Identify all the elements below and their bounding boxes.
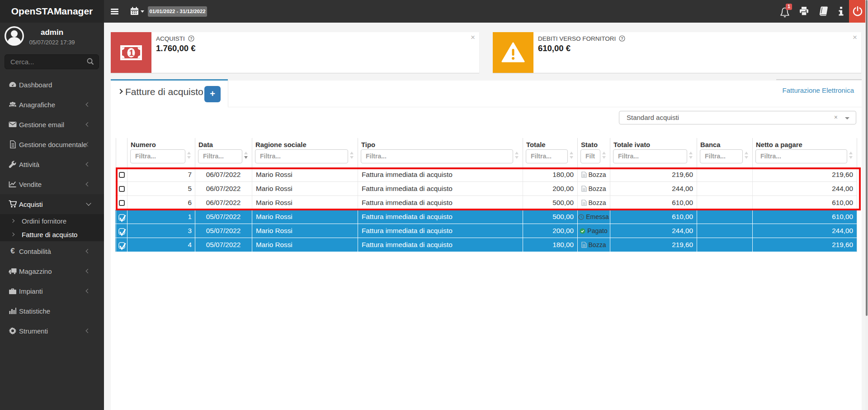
svg-text:?: ? bbox=[621, 36, 623, 41]
svg-text:?: ? bbox=[190, 36, 193, 41]
